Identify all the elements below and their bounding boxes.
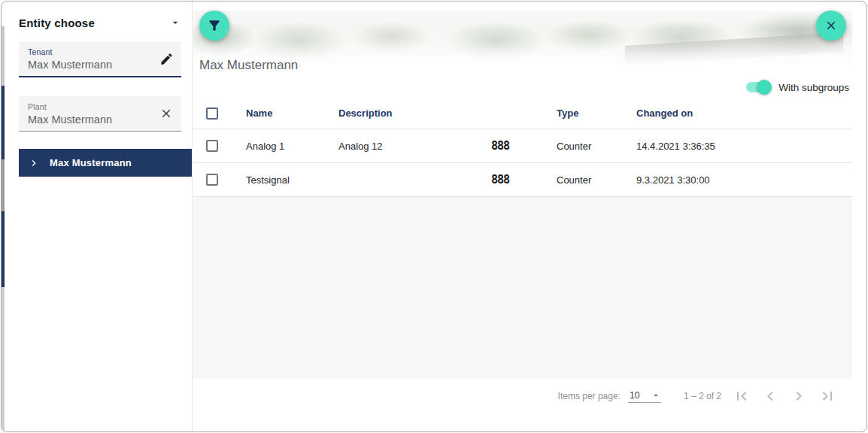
with-subgroups-label: With subgroups [778, 82, 849, 93]
page-size-value: 10 [630, 390, 639, 401]
edge-segment [2, 159, 5, 211]
cell-name: Testsignal [246, 174, 338, 186]
cell-changed-on: 9.3.2021 3:30:00 [636, 174, 852, 186]
column-header-changed-on[interactable]: Changed on [636, 107, 852, 119]
previous-page-button[interactable] [756, 382, 785, 410]
cell-type: Counter [557, 174, 636, 186]
page-size-select[interactable]: 10 [628, 390, 661, 403]
clear-x-icon [159, 107, 173, 120]
row-checkbox[interactable] [206, 174, 218, 186]
cell-description: Analog 12 [338, 141, 491, 152]
cell-icon: 888 [491, 139, 557, 153]
row-checkbox[interactable] [206, 140, 218, 152]
sidebar-header: Entity choose [19, 15, 183, 30]
tree-item-label: Max Mustermann [50, 157, 132, 168]
close-x-icon [824, 19, 838, 32]
dropdown-caret-icon [651, 390, 661, 401]
subgroups-toggle-row: With subgroups [193, 77, 852, 98]
next-page-button[interactable] [785, 382, 813, 410]
tenant-field-value: Max Mustermann [28, 59, 156, 71]
cell-name: Analog 1 [246, 141, 338, 152]
empty-content-area [193, 197, 852, 379]
chevron-left-icon [761, 387, 779, 405]
header-checkbox-cell [193, 107, 246, 120]
clear-plant-button[interactable] [156, 103, 177, 124]
chevron-right-icon [790, 387, 808, 405]
left-edge-strip [2, 2, 5, 431]
first-page-button[interactable] [727, 382, 756, 410]
entity-choose-dialog: Entity choose Tenant Max Mustermann Plan… [1, 1, 867, 432]
counter-display-icon: 888 [491, 173, 509, 186]
chevron-right-icon [28, 157, 40, 169]
filter-button[interactable] [199, 11, 229, 41]
edge-segment [2, 287, 5, 431]
plant-field-label: Plant [28, 102, 156, 111]
edge-segment [2, 211, 5, 287]
entity-sidebar: Entity choose Tenant Max Mustermann Plan… [5, 2, 193, 431]
edit-tenant-button[interactable] [156, 48, 177, 69]
filter-funnel-icon [207, 18, 222, 33]
collapse-panel-button[interactable] [168, 15, 183, 30]
caret-down-icon [169, 17, 181, 29]
close-dialog-button[interactable] [816, 11, 846, 41]
counter-display-icon: 888 [491, 139, 509, 153]
tenant-field[interactable]: Tenant Max Mustermann [19, 41, 181, 77]
select-all-checkbox[interactable] [206, 107, 218, 120]
with-subgroups-toggle[interactable] [746, 80, 772, 95]
table-row[interactable]: Testsignal 888 Counter 9.3.2021 3:30:00 [193, 163, 852, 197]
plant-field[interactable]: Plant Max Mustermann [19, 96, 181, 132]
signals-table: Name Description Type Changed on Analog … [193, 98, 852, 197]
cell-icon: 888 [491, 173, 557, 186]
entity-choose-title: Entity choose [19, 17, 95, 29]
page-range-label: 1 – 2 of 2 [684, 391, 721, 401]
tenant-field-label: Tenant [28, 47, 156, 56]
column-header-name[interactable]: Name [246, 107, 338, 119]
cell-type: Counter [557, 141, 636, 152]
edge-segment [2, 26, 5, 86]
table-header-row: Name Description Type Changed on [193, 98, 852, 129]
column-header-description[interactable]: Description [338, 107, 491, 119]
plant-field-value: Max Mustermann [28, 114, 156, 126]
table-row[interactable]: Analog 1 Analog 12 888 Counter 14.4.2021… [193, 129, 852, 163]
main-panel: Max Mustermann With subgroups Name Descr… [193, 2, 852, 413]
first-page-icon [733, 387, 751, 405]
last-page-button[interactable] [813, 382, 842, 410]
sidebar-tree-item-max-mustermann[interactable]: Max Mustermann [19, 149, 192, 177]
row-checkbox-cell [193, 174, 246, 186]
cell-changed-on: 14.4.2021 3:36:35 [636, 141, 852, 152]
column-header-type[interactable]: Type [557, 107, 636, 119]
last-page-icon [818, 387, 836, 405]
toggle-thumb [757, 80, 772, 95]
pencil-icon [159, 52, 174, 66]
items-per-page-label: Items per page: [558, 391, 621, 401]
edge-segment [2, 86, 5, 159]
row-checkbox-cell [193, 140, 246, 152]
paginator: Items per page: 10 1 – 2 of 2 [193, 379, 852, 413]
header-banner: Max Mustermann [193, 2, 852, 77]
page-title: Max Mustermann [199, 58, 298, 73]
